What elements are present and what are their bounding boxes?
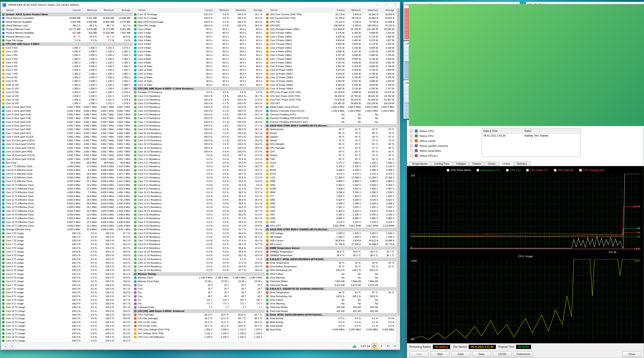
tab[interactable]: Voltages — [453, 161, 469, 166]
stress-option[interactable]: ✓ Stress cache — [410, 139, 474, 143]
sensor-row[interactable]: Drive Remaining Life 100.0 % 100.0 % 100… — [265, 268, 396, 272]
sensor-row[interactable]: Core 15 C1 Residency 0.0 % 0.0 % 93.5 % … — [133, 209, 264, 213]
sensor-row[interactable]: Core 8 T0 Effective Clock 4,000.0 MHz 8.… — [1, 168, 132, 172]
sensor-row[interactable]: Core 15 C0 Residency 100.0 % 0.9 % 100.0… — [133, 150, 264, 154]
sensor-row[interactable]: Core 14 C0 Residency 100.0 % 1.2 % 100.0… — [133, 146, 264, 150]
sensor-row[interactable]: Drive Temperature 32 °C 32 °C 32 °C 32 °… — [265, 261, 396, 265]
sensor-row[interactable]: Core 6 C0 Residency 100.0 % 0.6 % 100.0 … — [133, 116, 264, 120]
sensor-row[interactable]: Core 5 C0 Residency 100.0 % 1.5 % 100.0 … — [133, 113, 264, 116]
sensor-row[interactable]: Core 10 Power (SMU) 4.372 W 0.064 W 4.74… — [265, 68, 396, 72]
sensor-row[interactable]: Temp5 75 °C 75 °C 75 °C 75 °C — [265, 139, 396, 142]
sensor-row[interactable]: Core 14 Ratio 40.0 x 40.0 x 40.0 x 40.0 … — [133, 79, 264, 83]
sensor-row[interactable]: Core 15 T1 Usage 100.0 % 0.0 % 100.0 % 3… — [133, 16, 264, 20]
sensor-row[interactable]: Core 6 T1 Usage 100.0 % 0.0 % 100.0 % 34… — [1, 280, 132, 283]
sensor-row[interactable]: Core 3 C6 Residency 0.0 % 0.0 % 97.2 % 5… — [133, 224, 264, 228]
sensor-row[interactable]: Core 13 C1 Residency 0.0 % 0.0 % 98.5 % … — [133, 202, 264, 205]
sensor-row[interactable]: Average Effective Clock 4,000.0 MHz 62.8… — [1, 228, 132, 231]
sensor-row[interactable]: CPU (Weight) 55 °C 33 °C 56 °C 45 °C — [265, 142, 396, 146]
sensor-row[interactable]: Core 2 Clock (perf #3/4) 3,992.7 MHz 3,9… — [1, 113, 132, 116]
sensor-row[interactable]: Physical Memory Load 96.7 % 24.4 % 96.7 … — [1, 35, 132, 39]
sensor-row[interactable]: Core 11 Power (SMU) 4.254 W 0.444 W 4.79… — [265, 72, 396, 76]
sensor-row[interactable]: Core 15 C6 Residency 0.0 % 0.0 % 87.7 % … — [133, 268, 264, 272]
hwinfo-titlebar[interactable]: HWiNFO64 v6.40-4330 Sensor Status (15 va… — [1, 2, 400, 8]
sensor-row[interactable]: +5V 5.100 V 5.100 V 5.140 V 5.134 V — [265, 165, 396, 168]
sensor-row[interactable]: CPU_OPT 2,626 RPM 2,051 RPM 2,667 RPM 2,… — [265, 224, 396, 228]
sensor-row[interactable]: CPU Core Current (SVI2 TFN) 33.176 A 2.8… — [265, 13, 396, 16]
sensor-row[interactable]: CPU TDC 73.101 A 6.335 A 74.760 A 31.856… — [265, 20, 396, 24]
sensor-row[interactable]: Core 13 T1 Usage 100.0 % 0.0 % 100.0 % 3… — [1, 332, 132, 335]
sensor-row[interactable]: Physical Memory Available 527 MB 525 MB … — [1, 31, 132, 35]
sensor-row[interactable]: Memory Controller Clock (UCLK) 1,100.0 M… — [265, 109, 396, 113]
sensor-row[interactable]: Core 8 T1 Effective Clock 4,000.0 MHz 16… — [1, 172, 132, 176]
sensor-row[interactable]: Core 9 Clock (perf #12/13) 3,992.7 MHz 3… — [1, 135, 132, 139]
sensor-row[interactable]: Core 0 Ratio 40.0 x 40.0 x 40.0 x 40.0 x — [133, 27, 264, 31]
sensor-row[interactable]: Core 14 T0 Effective Clock 4,000.0 MHz 1… — [1, 213, 132, 216]
sensor-row[interactable]: Core 7 C1 Residency 0.0 % 0.0 % 92.5 % 1… — [133, 179, 264, 183]
stress-checkbox[interactable]: ✓ — [410, 134, 413, 137]
sensor-row[interactable]: Chipset 48 °C 46 °C 48 °C 47 °C — [265, 135, 396, 139]
sensor-row[interactable]: Total Host Reads 432 GB 431 GB 432 GB — [265, 309, 396, 313]
sensor-row[interactable]: Core 3 Ratio 40.0 x 40.0 x 40.0 x 40.0 x — [133, 39, 264, 42]
legend-item[interactable]: ✓ CPU Package (W) — [579, 169, 604, 172]
sensor-row[interactable]: CPU PPT 113.481 W 39.804 W 115.218 W 68.… — [265, 102, 396, 105]
collapse-left-icon[interactable]: « — [3, 344, 8, 349]
sensor-row[interactable]: Core 6 Clock (perf #5/6) 3,992.7 MHz 3,9… — [1, 128, 132, 131]
vertical-scrollbar[interactable] — [397, 8, 400, 342]
sensor-row[interactable]: ASUS ROG STRIX B550-F GAMING (WI-FI) (Ri… — [265, 228, 396, 231]
sensor-row[interactable]: Core 5 Ratio 40.0 x 40.0 x 40.0 x 40.0 x — [133, 46, 264, 50]
sensor-row[interactable]: Trc 101 T 101 T 101 T 101 T — [133, 298, 264, 302]
sensor-row[interactable]: Core 0 Clock (perf #2/3) 3,992.7 MHz 3,9… — [1, 105, 132, 109]
sensor-row[interactable]: Core 6 Ratio 40.0 x 40.0 x 40.0 x 40.0 x — [133, 50, 264, 53]
close-button[interactable]: Close — [622, 351, 641, 357]
sensor-row[interactable]: Core 9 T1 Effective Clock 4,000.0 MHz 15… — [1, 179, 132, 183]
reset-values-icon[interactable]: ↻ — [386, 344, 391, 349]
sensor-row[interactable]: Core 0 C6 Residency 0.0 % 0.0 % 85.6 % 3… — [133, 213, 264, 216]
sensor-row[interactable]: Core 12 T1 Effective Clock 4,000.0 MHz 5… — [1, 202, 132, 205]
sensor-row[interactable]: VIN3 0.424 V 0.424 V 0.424 V 0.424 V — [265, 209, 396, 213]
sensor-row[interactable]: Core 11 T1 Usage 100.0 % 0.0 % 100.0 % 3… — [1, 317, 132, 320]
legend-checkbox[interactable]: ✓ — [506, 169, 508, 172]
sensor-row[interactable]: Core 12 VID 1.050 V 1.038 V 1.138 V 1.07… — [1, 90, 132, 94]
stress-checkbox[interactable]: ✓ — [410, 139, 413, 142]
sensor-row[interactable]: Core 8 T1 Usage 100.0 % 0.0 % 100.0 % 34… — [1, 295, 132, 298]
legend-item[interactable]: ✓ CPU Diode (°C) — [526, 169, 548, 172]
clock-icon[interactable] — [372, 344, 377, 349]
tab[interactable]: Clocks — [485, 161, 498, 166]
sensor-row[interactable]: Core 13 VID 1.056 V 1.038 V 1.131 V 1.07… — [1, 94, 132, 98]
sensor-row[interactable]: CPU Core Power (SVI2 TFN) 35.043 W 3.088… — [265, 90, 396, 94]
sensor-row[interactable]: Core 10 C1 Residency 0.0 % 0.0 % 98.2 % … — [133, 190, 264, 194]
sensor-row[interactable]: 3VSB 3.408 V 3.392 V 3.408 V 3.407 V — [265, 187, 396, 190]
sensor-row[interactable]: SoC Current (SVI2 TFN) 31.765 A 28.235 A… — [265, 16, 396, 20]
sensor-row[interactable]: VDD Voltage 1.025 V 1.025 V 1.050 V 1.03… — [265, 231, 396, 235]
sensor-row[interactable]: Trp 25 T 25 T 25 T 25 T — [133, 291, 264, 294]
stress-checkbox[interactable]: ✓ — [410, 130, 413, 133]
legend-checkbox[interactable]: ✓ — [579, 169, 582, 172]
sensor-row[interactable]: Core 1 C6 Residency 0.0 % 0.0 % 87.3 % 4… — [133, 216, 264, 220]
sensor-row[interactable]: Trcd 25 T 25 T 25 T 25 T — [133, 287, 264, 291]
stress-option[interactable]: ✓ Stress FPU — [410, 134, 474, 138]
sensor-row[interactable]: Core 12 Clock (perf #15/16) 3,992.7 MHz … — [1, 146, 132, 150]
sensor-row[interactable]: CPU Package 55 °C 34 °C 57 °C 46 °C — [265, 146, 396, 150]
sensor-row[interactable]: Core 13 T0 Usage 100.0 % 0.0 % 100.0 % 3… — [1, 328, 132, 332]
sensor-row[interactable]: NB Voltage 1.044 V 1.044 V 1.050 V 1.049… — [265, 235, 396, 239]
sensor-row[interactable]: Command Rate 1 T 1 T 1 T 1 T — [133, 306, 264, 309]
legend-checkbox[interactable]: ✓ — [476, 169, 479, 172]
sensor-row[interactable]: Virtual Memory Committed 18,899 MB 5,441… — [1, 16, 132, 20]
sensor-row[interactable]: Thermal Throttling (HTC) No No No — [265, 113, 396, 116]
sensor-row[interactable]: Drive Warning No No No — [265, 276, 396, 280]
sensor-row[interactable]: Core 5 T0 Usage 100.0 % 0.0 % 100.0 % 38… — [1, 268, 132, 272]
sensor-row[interactable]: Core 10 T0 Usage 100.0 % 0.0 % 100.0 % 3… — [1, 306, 132, 309]
sensor-row[interactable]: CPU [#0]: AMD Ryzen 9 5950X: C-State Res… — [133, 87, 264, 90]
sensor-row[interactable]: Core 8 T0 Usage 100.0 % 0.0 % 100.0 % 34… — [1, 291, 132, 294]
sensor-row[interactable]: VIN6 2.048 V 2.048 V 2.048 V 2.048 V — [265, 202, 396, 205]
sensor-row[interactable]: Bus Clock 99.8 MHz 99.8 MHz 99.8 MHz 99.… — [1, 161, 132, 165]
sensor-row[interactable]: Core 1 C1 Residency 0.0 % 0.0 % 92.4 % 1… — [133, 157, 264, 161]
sensor-row[interactable]: Core 7 C6 Residency 0.0 % 0.0 % 97.6 % 4… — [133, 239, 264, 242]
sensor-row[interactable]: Temp2 80 °C 78 °C 80 °C 78 °C — [265, 131, 396, 135]
stress-option[interactable]: ✓ Stress local disks — [410, 148, 474, 153]
sensor-row[interactable]: Virtual Memory Available 2,422 MB 2,395 … — [1, 20, 132, 24]
maximize-icon[interactable]: □ — [382, 2, 391, 8]
sensor-row[interactable]: CPU (Tctl/Tdie) 55.0 °C 33.9 °C 55.8 °C … — [133, 313, 264, 317]
sensor-row[interactable]: CPU Package Power (SMU) 113.468 W 39.799… — [265, 27, 396, 31]
sensor-row[interactable]: Core 10 T1 Usage 100.0 % 0.0 % 100.0 % 3… — [1, 309, 132, 313]
